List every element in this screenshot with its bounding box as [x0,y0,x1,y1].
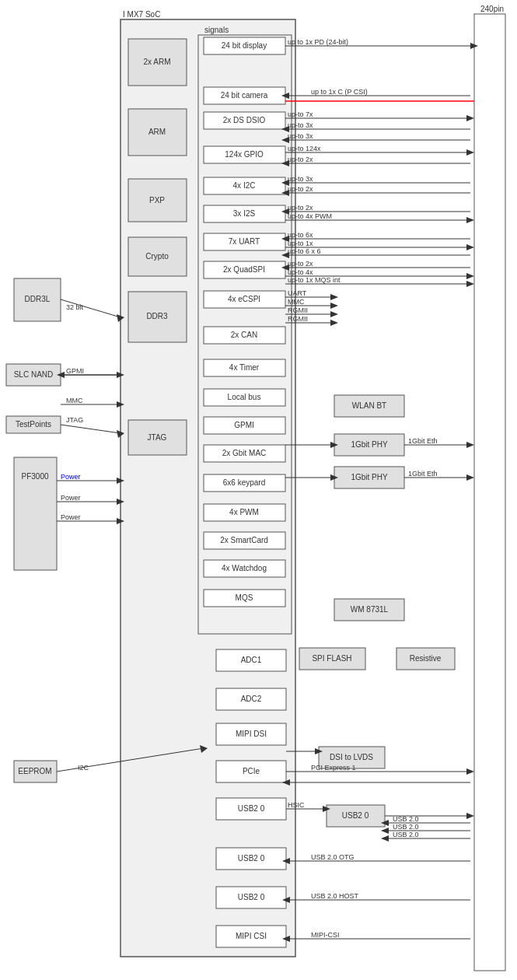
svg-text:7x UART: 7x UART [229,237,260,246]
svg-marker-143 [466,273,474,279]
svg-rect-56 [216,688,286,710]
svg-text:4x Timer: 4x Timer [229,363,260,372]
svg-text:Power: Power [61,513,81,521]
svg-text:PXP: PXP [149,196,165,205]
svg-rect-26 [204,205,285,222]
svg-rect-5 [128,109,187,156]
svg-text:4x eCSPI: 4x eCSPI [228,295,260,303]
svg-rect-11 [128,292,187,342]
svg-text:HSIC: HSIC [288,801,305,809]
svg-text:MIPI DSI: MIPI DSI [236,730,267,738]
svg-text:TestPoints: TestPoints [16,420,51,429]
svg-text:USB 2.0 OTG: USB 2.0 OTG [311,853,355,861]
svg-text:I MX7 SoC: I MX7 SoC [123,10,160,19]
svg-marker-113 [466,149,474,156]
svg-rect-0 [474,14,505,971]
svg-rect-18 [204,87,285,104]
svg-rect-92 [14,457,57,570]
svg-text:DSI to LVDS: DSI to LVDS [330,753,373,761]
svg-text:PF3000: PF3000 [21,472,48,481]
svg-rect-84 [327,805,385,827]
svg-rect-72 [334,434,404,456]
svg-text:RGMII: RGMII [288,315,308,323]
svg-text:1Gbit PHY: 1Gbit PHY [351,440,388,449]
svg-rect-58 [216,723,286,745]
svg-text:up-to 124x: up-to 124x [288,145,321,152]
svg-rect-46 [204,504,285,521]
svg-text:2x SmartCard: 2x SmartCard [220,536,268,544]
svg-marker-202 [282,779,290,786]
svg-text:1Gbit PHY: 1Gbit PHY [351,473,388,481]
svg-rect-74 [334,467,404,488]
svg-text:up-to 2x: up-to 2x [288,204,313,212]
svg-marker-161 [466,442,474,448]
svg-marker-140 [281,264,289,271]
svg-marker-119 [281,180,289,186]
svg-text:Crypto: Crypto [145,252,169,261]
svg-text:Power: Power [61,473,81,481]
svg-rect-68 [216,926,286,947]
svg-text:Local bus: Local bus [228,393,261,401]
svg-text:up-to 3x: up-to 3x [288,121,313,129]
svg-marker-197 [315,748,323,754]
svg-marker-149 [330,294,338,300]
svg-text:ARM: ARM [148,128,166,136]
diagram-svg: 2x ARM ARM PXP Crypto DDR3 JTAG signals … [0,0,517,980]
svg-marker-152 [330,303,338,309]
svg-marker-174 [117,372,124,378]
svg-rect-52 [204,590,285,607]
svg-text:WLAN BT: WLAN BT [352,401,386,410]
svg-rect-36 [204,359,285,376]
svg-text:1Gbit Eth: 1Gbit Eth [408,470,438,478]
svg-marker-194 [200,745,208,753]
svg-text:USB2 0: USB2 0 [238,804,265,813]
svg-marker-204 [323,806,330,812]
svg-rect-22 [204,146,285,163]
svg-text:up-to 2x: up-to 2x [288,260,313,268]
svg-text:up-to 4x PWM: up-to 4x PWM [288,212,332,220]
svg-text:ADC2: ADC2 [241,695,262,703]
svg-text:Resistive: Resistive [410,654,442,663]
svg-text:124x GPIO: 124x GPIO [225,150,264,159]
svg-text:I2C: I2C [78,764,89,772]
svg-text:USB2 0: USB2 0 [238,893,265,901]
svg-text:up-to 7x: up-to 7x [288,110,313,118]
svg-text:PCIe: PCIe [243,767,260,775]
svg-text:MIPI CSI: MIPI CSI [236,932,267,940]
svg-text:4x Watchdog: 4x Watchdog [222,564,267,572]
svg-rect-66 [216,887,286,908]
svg-text:2x CAN: 2x CAN [231,331,257,339]
svg-rect-54 [216,649,286,671]
svg-text:SLC NAND: SLC NAND [14,370,54,379]
svg-marker-209 [381,820,389,826]
svg-rect-80 [396,648,455,670]
svg-text:PCI Express 1: PCI Express 1 [311,764,356,772]
svg-text:up-to 1x: up-to 1x [288,240,313,247]
svg-rect-2 [198,35,292,634]
svg-text:GPMI: GPMI [234,421,254,429]
svg-rect-40 [204,417,285,434]
svg-text:ADC1: ADC1 [241,656,262,664]
svg-rect-28 [204,233,285,250]
svg-marker-215 [381,835,389,842]
svg-text:up-to 1x MQS int: up-to 1x MQS int [288,276,341,284]
svg-marker-128 [466,217,474,223]
svg-rect-60 [216,761,286,782]
svg-text:up-to 6x: up-to 6x [288,231,313,239]
svg-marker-125 [281,208,289,215]
svg-rect-78 [299,648,365,670]
svg-rect-82 [319,747,385,768]
svg-marker-134 [466,244,474,250]
svg-rect-88 [6,364,61,386]
svg-marker-97 [470,43,478,49]
svg-marker-171 [117,314,124,322]
svg-text:USB 2.0: USB 2.0 [393,815,419,823]
svg-rect-34 [204,327,285,344]
svg-text:up to 1x PD (24-bit): up to 1x PD (24-bit) [288,38,348,46]
svg-text:1Gbit Eth: 1Gbit Eth [408,437,438,445]
svg-marker-104 [466,115,474,121]
svg-marker-137 [281,252,289,258]
svg-rect-62 [216,798,286,820]
svg-marker-224 [282,936,290,942]
svg-rect-86 [14,278,61,321]
